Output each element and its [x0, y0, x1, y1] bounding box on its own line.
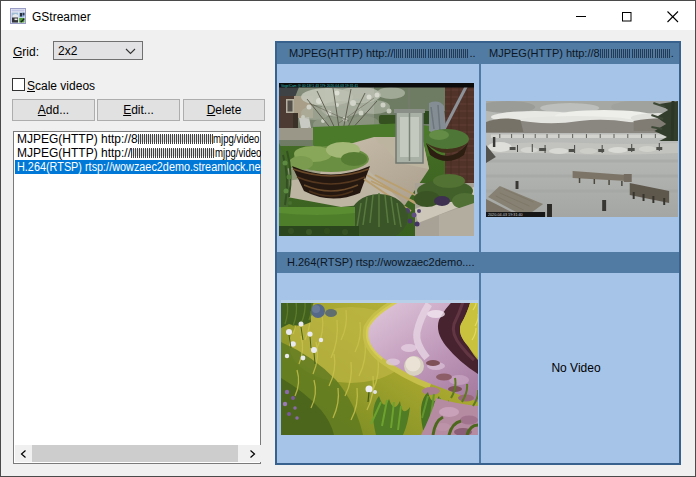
svg-text:2020-04-03 19:31:40: 2020-04-03 19:31:40 — [488, 213, 523, 217]
svg-text:VogelCam @ 00:13f 1 43 17fr 20: VogelCam @ 00:13f 1 43 17fr 2020-04-03 1… — [281, 84, 358, 88]
